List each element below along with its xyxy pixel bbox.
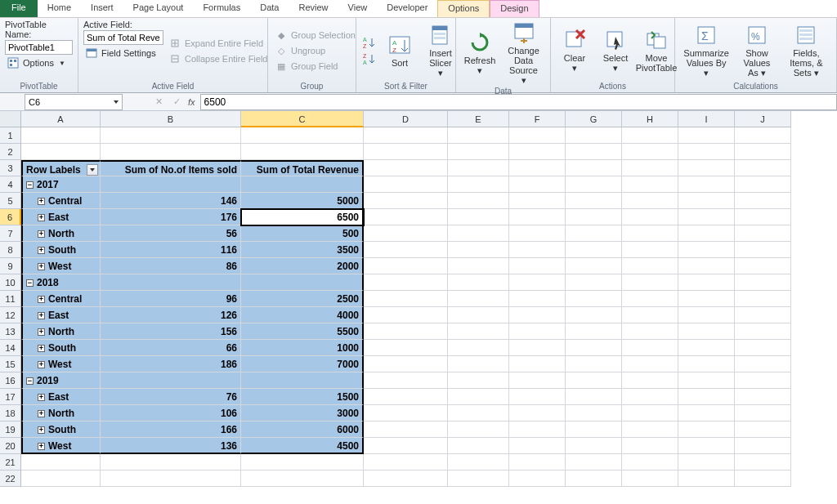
cell-A20[interactable]: +West: [21, 438, 101, 454]
cell-F20[interactable]: [509, 438, 566, 454]
cell-I16[interactable]: [678, 372, 735, 389]
cell-J4[interactable]: [735, 176, 791, 193]
cell-A16[interactable]: −2019: [21, 372, 101, 389]
cell-F1[interactable]: [509, 127, 566, 144]
cell-F22[interactable]: [509, 471, 566, 487]
cell-J2[interactable]: [735, 144, 791, 160]
cell-J22[interactable]: [735, 471, 791, 487]
cell-C13[interactable]: 5500: [241, 323, 364, 340]
cell-F12[interactable]: [509, 307, 566, 323]
cell-I20[interactable]: [678, 438, 735, 454]
refresh-button[interactable]: Refresh▾: [461, 29, 499, 77]
sort-button[interactable]: AZ Sort: [381, 32, 418, 69]
field-settings-button[interactable]: Field Settings: [83, 46, 163, 60]
row-header-14[interactable]: 14: [0, 340, 21, 356]
cell-A13[interactable]: +North: [21, 323, 101, 340]
expand-region-button[interactable]: +: [38, 247, 45, 254]
row-header-11[interactable]: 11: [0, 291, 21, 307]
cell-B1[interactable]: [101, 127, 241, 144]
cell-G14[interactable]: [566, 340, 622, 356]
cell-I4[interactable]: [678, 176, 735, 193]
tab-file[interactable]: File: [0, 0, 38, 17]
cell-A10[interactable]: −2018: [21, 274, 101, 291]
cell-F21[interactable]: [509, 454, 566, 471]
cell-C10[interactable]: [241, 274, 364, 291]
cell-D10[interactable]: [364, 274, 448, 291]
cell-B7[interactable]: 56: [101, 225, 241, 242]
cell-I12[interactable]: [678, 307, 735, 323]
cell-F5[interactable]: [509, 193, 566, 209]
cell-F10[interactable]: [509, 274, 566, 291]
cell-H18[interactable]: [622, 405, 678, 421]
cell-A8[interactable]: +South: [21, 242, 101, 258]
cell-C11[interactable]: 2500: [241, 291, 364, 307]
cell-E15[interactable]: [448, 356, 509, 372]
cell-A18[interactable]: +North: [21, 405, 101, 421]
cell-G8[interactable]: [566, 242, 622, 258]
cell-H20[interactable]: [622, 438, 678, 454]
cell-H15[interactable]: [622, 356, 678, 372]
cell-H16[interactable]: [622, 372, 678, 389]
cell-B5[interactable]: 146: [101, 193, 241, 209]
row-header-1[interactable]: 1: [0, 127, 21, 144]
cell-A3[interactable]: Row Labels: [21, 160, 101, 176]
tab-formulas[interactable]: Formulas: [193, 0, 250, 17]
cell-I19[interactable]: [678, 421, 735, 438]
cell-H21[interactable]: [622, 454, 678, 471]
cell-C5[interactable]: 5000: [241, 193, 364, 209]
column-header-H[interactable]: H: [622, 111, 678, 127]
row-header-16[interactable]: 16: [0, 372, 21, 389]
row-header-17[interactable]: 17: [0, 389, 21, 405]
cell-A12[interactable]: +East: [21, 307, 101, 323]
cell-D2[interactable]: [364, 144, 448, 160]
row-header-20[interactable]: 20: [0, 438, 21, 454]
cell-A5[interactable]: +Central: [21, 193, 101, 209]
expand-region-button[interactable]: +: [38, 345, 45, 352]
cell-G4[interactable]: [566, 176, 622, 193]
cell-G2[interactable]: [566, 144, 622, 160]
cell-E7[interactable]: [448, 225, 509, 242]
column-header-J[interactable]: J: [735, 111, 791, 127]
cell-D22[interactable]: [364, 471, 448, 487]
tab-developer[interactable]: Developer: [377, 0, 437, 17]
cell-H9[interactable]: [622, 258, 678, 274]
cell-C3[interactable]: Sum of Total Revenue: [241, 160, 364, 176]
cell-F9[interactable]: [509, 258, 566, 274]
cell-J20[interactable]: [735, 438, 791, 454]
cell-G3[interactable]: [566, 160, 622, 176]
fx-icon[interactable]: fx: [188, 97, 195, 107]
cell-I1[interactable]: [678, 127, 735, 144]
column-header-A[interactable]: A: [21, 111, 101, 127]
cell-G22[interactable]: [566, 471, 622, 487]
cell-J10[interactable]: [735, 274, 791, 291]
cell-I14[interactable]: [678, 340, 735, 356]
cell-F17[interactable]: [509, 389, 566, 405]
cell-I7[interactable]: [678, 225, 735, 242]
cell-H3[interactable]: [622, 160, 678, 176]
cell-A11[interactable]: +Central: [21, 291, 101, 307]
expand-region-button[interactable]: +: [38, 328, 45, 336]
cell-D8[interactable]: [364, 242, 448, 258]
cell-C20[interactable]: 4500: [241, 438, 364, 454]
cell-F4[interactable]: [509, 176, 566, 193]
cell-J5[interactable]: [735, 193, 791, 209]
cell-H22[interactable]: [622, 471, 678, 487]
tab-insert[interactable]: Insert: [81, 0, 123, 17]
cell-G18[interactable]: [566, 405, 622, 421]
cell-J14[interactable]: [735, 340, 791, 356]
cell-I11[interactable]: [678, 291, 735, 307]
cell-H13[interactable]: [622, 323, 678, 340]
cell-H5[interactable]: [622, 193, 678, 209]
cell-C21[interactable]: [241, 454, 364, 471]
cell-J9[interactable]: [735, 258, 791, 274]
cell-I15[interactable]: [678, 356, 735, 372]
select-button[interactable]: Select▾: [597, 27, 634, 74]
cell-F6[interactable]: [509, 209, 566, 225]
expand-region-button[interactable]: +: [38, 443, 45, 450]
cell-G12[interactable]: [566, 307, 622, 323]
cell-F19[interactable]: [509, 421, 566, 438]
tab-design[interactable]: Design: [490, 0, 539, 17]
cell-A19[interactable]: +South: [21, 421, 101, 438]
cell-E11[interactable]: [448, 291, 509, 307]
expand-entire-field-button[interactable]: Expand Entire Field: [167, 36, 270, 51]
